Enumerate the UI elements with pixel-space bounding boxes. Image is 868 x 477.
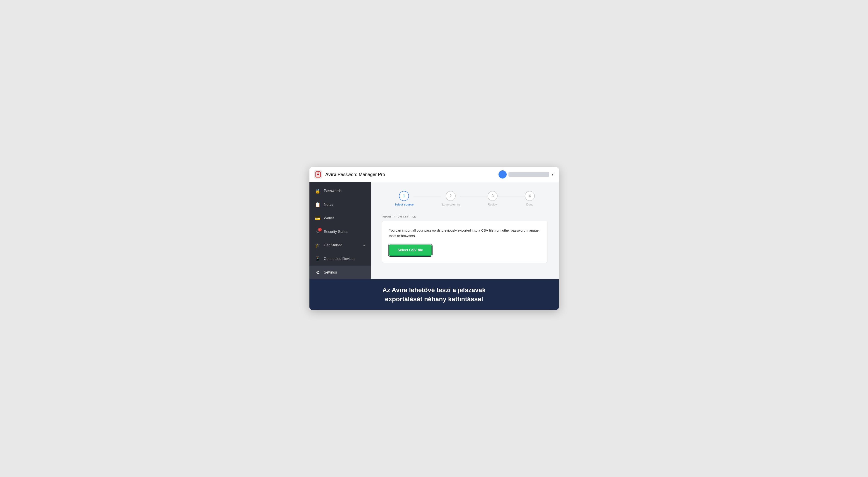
sidebar-item-label-wallet: Wallet [324,216,334,220]
user-name [508,172,549,177]
sidebar-item-settings[interactable]: ⚙Settings [309,266,371,279]
step-circle-1: 1 [399,191,409,201]
step-label-3: Review [488,203,498,206]
step-line-3 [498,196,525,197]
main-layout: 🔒Passwords📋Notes💳Wallet🛡!Security Status… [309,182,559,279]
select-csv-button[interactable]: Select CSV file [389,244,432,256]
user-dropdown-arrow[interactable]: ▼ [551,173,554,176]
step-circle-3: 3 [488,191,498,201]
connected-devices-icon: 📱 [315,256,321,262]
svg-point-3 [317,174,319,175]
notes-icon: 📋 [315,202,321,207]
user-avatar [498,170,507,179]
step-circle-4: 4 [525,191,535,201]
caption-bar: Az Avira lehetővé teszi a jelszavakexpor… [309,279,559,309]
sidebar-item-security-status[interactable]: 🛡!Security Status [309,225,371,238]
sidebar-item-get-started[interactable]: 🎓Get Started◀ [309,238,371,252]
sidebar-item-label-security-status: Security Status [324,230,348,234]
settings-icon: ⚙ [315,270,321,275]
get-started-chevron: ◀ [363,244,365,247]
user-area: ▼ [498,170,554,179]
sidebar-item-passwords[interactable]: 🔒Passwords [309,184,371,198]
sidebar-item-label-connected-devices: Connected Devices [324,257,355,261]
sidebar: 🔒Passwords📋Notes💳Wallet🛡!Security Status… [309,182,371,279]
sidebar-item-label-settings: Settings [324,270,337,274]
import-description: You can import all your passwords previo… [389,228,540,239]
import-section: IMPORT FROM CSV FILE You can import all … [382,215,548,263]
sidebar-item-label-passwords: Passwords [324,189,342,193]
security-status-badge: ! [318,228,322,231]
step-label-4: Done [526,203,533,206]
sidebar-item-wallet[interactable]: 💳Wallet [309,211,371,225]
sidebar-item-notes[interactable]: 📋Notes [309,198,371,211]
step-2: 2Name columns [441,191,460,206]
step-label-1: Select source [395,203,414,206]
section-label: IMPORT FROM CSV FILE [382,215,548,218]
sidebar-item-label-get-started: Get Started [324,243,343,247]
wallet-icon: 💳 [315,215,321,221]
step-3: 3Review [488,191,498,206]
get-started-icon: 🎓 [315,242,321,248]
caption-text: Az Avira lehetővé teszi a jelszavakexpor… [318,286,550,303]
app-title: Avira Password Manager Pro [325,172,385,177]
step-line-1 [413,196,441,197]
step-1: 1Select source [395,191,414,206]
step-circle-2: 2 [446,191,456,201]
sidebar-item-connected-devices[interactable]: 📱Connected Devices [309,252,371,266]
step-label-2: Name columns [441,203,460,206]
step-line-2 [460,196,488,197]
sidebar-item-label-notes: Notes [324,203,334,207]
import-box: You can import all your passwords previo… [382,221,548,263]
title-bar: Avira Password Manager Pro ▼ [309,167,559,182]
stepper: 1Select source2Name columns3Review4Done [382,191,548,206]
passwords-icon: 🔒 [315,188,321,194]
step-4: 4Done [525,191,535,206]
avira-logo [314,170,322,179]
content-area: 1Select source2Name columns3Review4Done … [371,182,559,279]
app-window: Avira Password Manager Pro ▼ 🔒Passwords📋… [309,167,559,309]
